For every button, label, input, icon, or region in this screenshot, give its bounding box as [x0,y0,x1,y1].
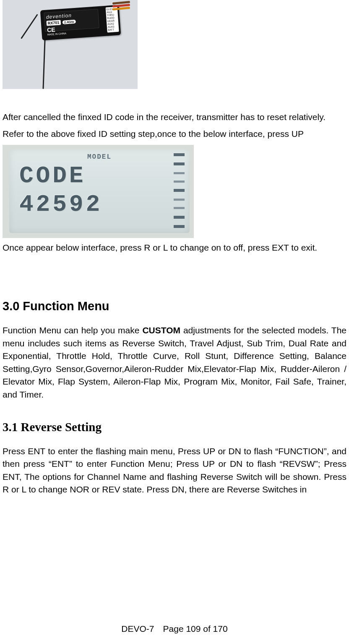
receiver-model: RX701 [46,20,60,26]
page: devention RX701 2.4GHz CE MADE IN CHINA … [0,0,349,644]
text-bold: CUSTOM [142,325,180,335]
paragraph: Refer to the above fixed ID setting step… [3,128,346,140]
lcd-side-bars [174,151,186,230]
page-footer: DEVO-7 Page 109 of 170 [0,624,349,634]
bar-icon [174,181,185,183]
lcd-body: MODEL CODE 42592 [9,149,190,233]
receiver-brand: devention [46,10,96,20]
paragraph: Once appear below interface, press R or … [3,241,346,254]
receiver-leads [112,2,136,12]
bar-icon [174,225,185,228]
bar-icon [174,199,185,201]
lcd-line-2: 42592 [19,193,185,216]
antenna [42,34,46,89]
text: Function Menu can help you make [3,325,142,335]
bar-icon [174,216,185,219]
lcd-display: CODE 42592 [19,164,185,216]
paragraph-3-1: Press ENT to enter the flashing main men… [3,445,346,496]
lcd-model-label: MODEL [9,153,190,161]
receiver-label: devention RX701 2.4GHz CE MADE IN CHINA [44,9,99,32]
pin: BATT [108,28,118,32]
heading-3-1: 3.1 Reverse Setting [3,420,346,434]
receiver-body: devention RX701 2.4GHz CE MADE IN CHINA … [40,5,121,41]
wire-icon [112,7,130,10]
bar-icon [174,172,185,174]
bar-icon [174,162,185,165]
heading-3-0: 3.0 Function Menu [3,299,346,313]
antenna [21,14,38,39]
receiver-freq: 2.4GHz [63,20,76,24]
text: adjustments for the selected models. The… [3,325,346,399]
receiver-photo: devention RX701 2.4GHz CE MADE IN CHINA … [3,0,138,89]
bar-icon [174,153,185,156]
paragraph: After cancelled the finxed ID code in th… [3,111,346,123]
bar-icon [174,189,185,192]
lcd-line-1: CODE [19,164,185,188]
bar-icon [174,207,185,209]
lcd-photo: MODEL CODE 42592 [3,145,194,238]
paragraph-3-0: Function Menu can help you make CUSTOM a… [3,324,346,401]
